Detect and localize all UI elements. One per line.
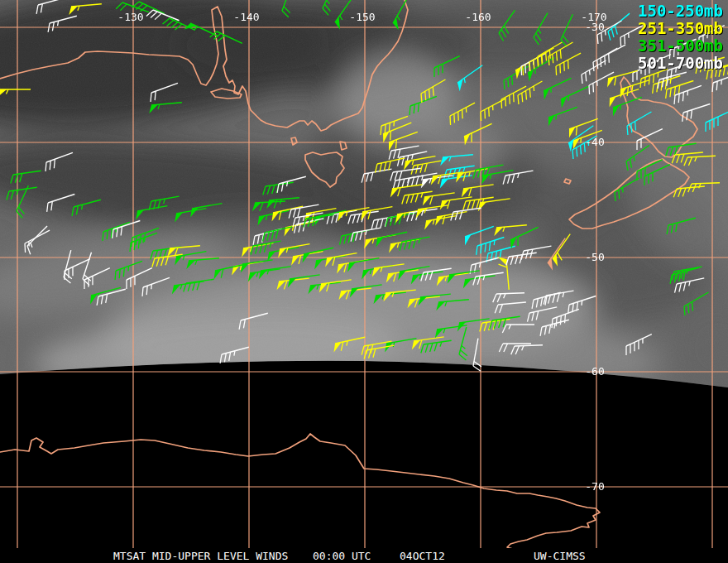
lon-label--130: -130 — [117, 11, 143, 23]
lat-label--60: -60 — [585, 365, 604, 378]
legend-item-351-500mb: 351-500mb — [638, 37, 723, 55]
pressure-legend: 150-250mb 251-350mb 351-500mb 501-700mb — [638, 2, 723, 72]
lon-label--160: -160 — [465, 11, 491, 23]
caption-source: UW-CIMSS — [534, 550, 586, 562]
caption-time: 00:00 UTC — [313, 550, 371, 562]
legend-item-501-700mb: 501-700mb — [638, 55, 723, 72]
lat-label--40: -40 — [585, 136, 604, 148]
lat-label--50: -50 — [585, 251, 604, 263]
lon-label--150: -150 — [349, 11, 375, 23]
satellite-map-canvas: -130-140-150-160-170-30-40-50-60-70 — [0, 0, 728, 563]
caption-date: 04OCT12 — [400, 550, 445, 562]
legend-item-150-250mb: 150-250mb — [638, 2, 723, 20]
caption-product-title: MTSAT MID-UPPER LEVEL WINDS — [113, 550, 288, 562]
coastline-antarctica — [0, 434, 600, 551]
legend-item-251-350mb: 251-350mb — [638, 20, 723, 37]
lat-label--70: -70 — [585, 480, 604, 493]
map-caption-bar: MTSAT MID-UPPER LEVEL WINDS 00:00 UTC 04… — [0, 548, 728, 563]
lat-label--30: -30 — [585, 21, 604, 33]
mtsat-wind-map: -130-140-150-160-170-30-40-50-60-70 150-… — [0, 0, 728, 563]
satellite-imagery — [0, 0, 728, 402]
lon-label--140: -140 — [233, 11, 259, 23]
